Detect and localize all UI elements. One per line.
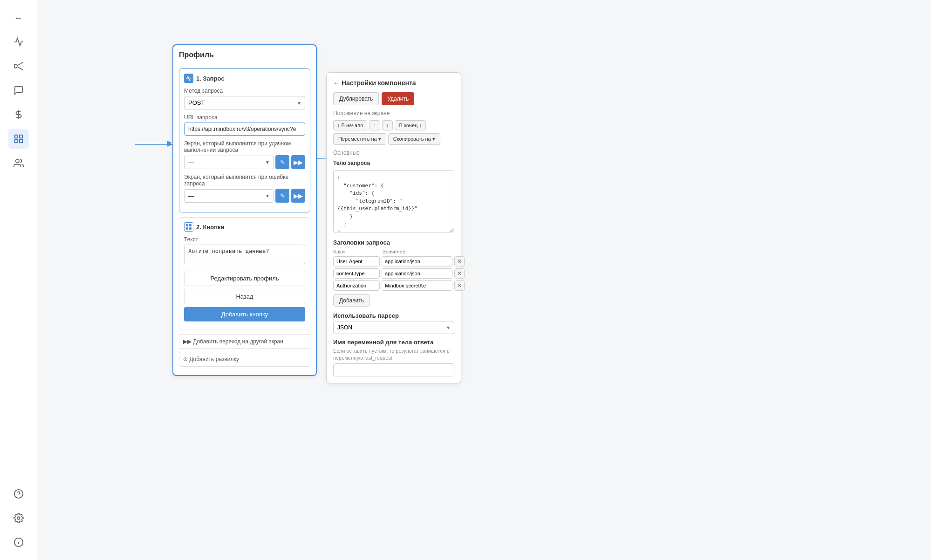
profile-title: Профиль bbox=[179, 51, 310, 63]
sidebar-money-icon[interactable] bbox=[8, 104, 29, 125]
response-hint: Если оставить пустым, то результат запиш… bbox=[333, 348, 454, 362]
svg-rect-4 bbox=[19, 140, 22, 143]
settings-panel: ← Настройки компонента Дублировать Удали… bbox=[326, 72, 461, 383]
header-key-1[interactable] bbox=[333, 256, 380, 266]
success-select[interactable]: — bbox=[184, 156, 274, 169]
copy-btn[interactable]: Скопировать на ▾ bbox=[388, 133, 440, 145]
headers-section: Заголовки запроса Ключ Значение ✕ ✕ ✕ До… bbox=[333, 239, 454, 307]
success-nav-btn[interactable]: ▶▶ bbox=[291, 155, 305, 169]
add-header-btn[interactable]: Добавить bbox=[333, 294, 370, 307]
main-label: Основные bbox=[333, 150, 454, 156]
add-button-btn[interactable]: Добавить кнопку bbox=[184, 307, 305, 321]
settings-header: ← Настройки компонента bbox=[333, 79, 454, 87]
header-remove-3[interactable]: ✕ bbox=[454, 280, 465, 291]
text-group: Текст Хотите поправить данные? bbox=[184, 236, 305, 266]
header-remove-2[interactable]: ✕ bbox=[454, 268, 465, 279]
error-select-wrapper: — ▼ bbox=[184, 189, 274, 203]
error-input-row: — ▼ ✎ ▶▶ bbox=[184, 189, 305, 203]
text-label: Текст bbox=[184, 236, 305, 243]
svg-marker-13 bbox=[167, 141, 171, 146]
pos-bottom-btn[interactable]: В конец ↓ bbox=[395, 120, 426, 130]
pos-up-btn[interactable]: ↑ bbox=[369, 120, 380, 130]
sidebar-users-icon[interactable] bbox=[8, 153, 29, 173]
url-label: URL запроса bbox=[184, 114, 305, 121]
sidebar-diagram-icon[interactable] bbox=[8, 129, 29, 149]
buttons-component: 2. Кнопки Текст Хотите поправить данные?… bbox=[179, 217, 310, 329]
parser-select-wrapper: JSON XML Text ▼ bbox=[333, 321, 454, 334]
response-label: Имя переменной для тела ответа bbox=[333, 339, 454, 346]
error-nav-btn[interactable]: ▶▶ bbox=[291, 189, 305, 203]
request-label: 1. Запрос bbox=[196, 75, 225, 82]
buttons-icon bbox=[184, 222, 193, 232]
col-key-label: Ключ bbox=[333, 249, 380, 254]
position-label: Положение на экране bbox=[333, 110, 454, 116]
parser-select[interactable]: JSON XML Text bbox=[333, 321, 454, 334]
header-row-3: ✕ bbox=[333, 280, 454, 291]
svg-point-8 bbox=[17, 517, 20, 519]
move-label: Переместить на ▾ bbox=[338, 136, 381, 142]
url-input[interactable] bbox=[184, 123, 305, 136]
sidebar-info-icon[interactable] bbox=[8, 532, 29, 553]
header-val-1[interactable] bbox=[382, 256, 452, 266]
connector-lines bbox=[37, 0, 931, 560]
buttons-header: 2. Кнопки bbox=[184, 222, 305, 232]
profile-block: Профиль 1. Запрос Метод запроса POST GET… bbox=[172, 44, 317, 376]
add-transition-btn[interactable]: ▶▶ Добавить переход на другой экран bbox=[179, 334, 310, 349]
header-row-1: ✕ bbox=[333, 256, 454, 266]
method-label: Метод запроса bbox=[184, 88, 305, 94]
svg-point-5 bbox=[15, 159, 19, 163]
sidebar-back-icon[interactable]: ← bbox=[8, 7, 29, 28]
sidebar-chat-icon[interactable] bbox=[8, 80, 29, 101]
back-btn[interactable]: Назад bbox=[184, 289, 305, 304]
sidebar-analytics-icon[interactable] bbox=[8, 32, 29, 52]
parser-section: Использовать парсер JSON XML Text ▼ bbox=[333, 312, 454, 334]
sidebar-megaphone-icon[interactable] bbox=[8, 56, 29, 76]
method-select-wrapper: POST GET PUT DELETE ▼ bbox=[184, 96, 305, 109]
add-fork-btn[interactable]: ⊙ Добавить развилку bbox=[179, 352, 310, 367]
error-select[interactable]: — bbox=[184, 189, 274, 203]
settings-title: ← Настройки компонента bbox=[333, 79, 416, 87]
response-section: Имя переменной для тела ответа Если оста… bbox=[333, 339, 454, 377]
success-edit-btn[interactable]: ✎ bbox=[275, 155, 289, 169]
col-val-label: Значение bbox=[383, 249, 454, 254]
headers-columns: Ключ Значение bbox=[333, 249, 454, 254]
header-remove-1[interactable]: ✕ bbox=[454, 256, 465, 266]
svg-rect-3 bbox=[14, 140, 17, 143]
edit-profile-btn[interactable]: Редактировать профиль bbox=[184, 271, 305, 286]
response-input[interactable] bbox=[333, 363, 454, 376]
duplicate-btn[interactable]: Дублировать bbox=[333, 92, 379, 105]
sidebar-help-icon[interactable] bbox=[8, 484, 29, 504]
success-label: Экран, который выполнится при удачном вы… bbox=[184, 140, 305, 153]
request-component: 1. Запрос Метод запроса POST GET PUT DEL… bbox=[179, 68, 310, 212]
parser-label: Использовать парсер bbox=[333, 312, 454, 319]
error-edit-btn[interactable]: ✎ bbox=[275, 189, 289, 203]
header-key-2[interactable] bbox=[333, 268, 380, 279]
url-group: URL запроса bbox=[184, 114, 305, 136]
delete-btn[interactable]: Удалить bbox=[382, 92, 414, 105]
header-val-3[interactable] bbox=[382, 280, 452, 291]
pos-down-btn[interactable]: ↓ bbox=[382, 120, 393, 130]
error-group: Экран, который выполнится при ошибке зап… bbox=[184, 174, 305, 203]
sidebar-settings-icon[interactable] bbox=[8, 508, 29, 528]
buttons-label: 2. Кнопки bbox=[196, 224, 225, 231]
request-header: 1. Запрос bbox=[184, 74, 305, 83]
body-textarea[interactable]: { "customer": { "ids": { "telegramID": "… bbox=[333, 170, 454, 232]
svg-rect-1 bbox=[14, 135, 17, 138]
header-key-3[interactable] bbox=[333, 280, 380, 291]
main-canvas: Профиль 1. Запрос Метод запроса POST GET… bbox=[37, 0, 931, 560]
body-label: Тело запроса bbox=[333, 160, 454, 166]
header-val-2[interactable] bbox=[382, 268, 452, 279]
copy-label: Скопировать на ▾ bbox=[393, 136, 435, 142]
success-select-wrapper: — ▼ bbox=[184, 156, 274, 169]
success-input-row: — ▼ ✎ ▶▶ bbox=[184, 155, 305, 169]
move-btn[interactable]: Переместить на ▾ bbox=[333, 133, 386, 145]
sidebar: ← bbox=[0, 0, 37, 560]
headers-title: Заголовки запроса bbox=[333, 239, 454, 246]
move-copy-row: Переместить на ▾ Скопировать на ▾ bbox=[333, 133, 454, 145]
method-select[interactable]: POST GET PUT DELETE bbox=[184, 96, 305, 109]
header-row-2: ✕ bbox=[333, 268, 454, 279]
error-label: Экран, который выполнится при ошибке зап… bbox=[184, 174, 305, 187]
pos-top-btn[interactable]: ↑ В начало bbox=[333, 120, 367, 130]
button-text-input[interactable]: Хотите поправить данные? bbox=[184, 245, 305, 264]
request-icon bbox=[184, 74, 193, 83]
